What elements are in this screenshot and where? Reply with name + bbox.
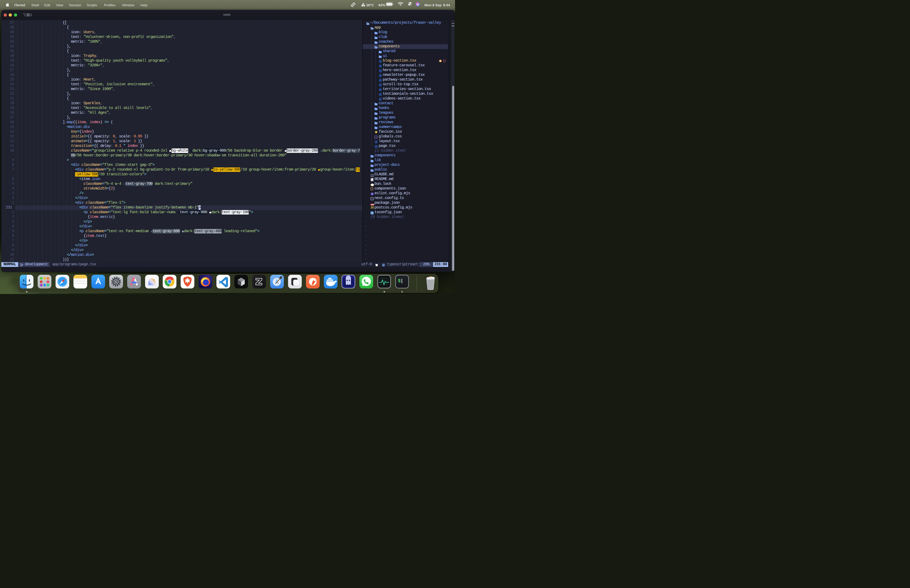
svg-text:?: ? <box>371 198 373 200</box>
svg-text:?: ? <box>375 136 377 139</box>
svg-text:1: 1 <box>30 13 32 16</box>
svg-text:TS: TS <box>371 212 373 214</box>
